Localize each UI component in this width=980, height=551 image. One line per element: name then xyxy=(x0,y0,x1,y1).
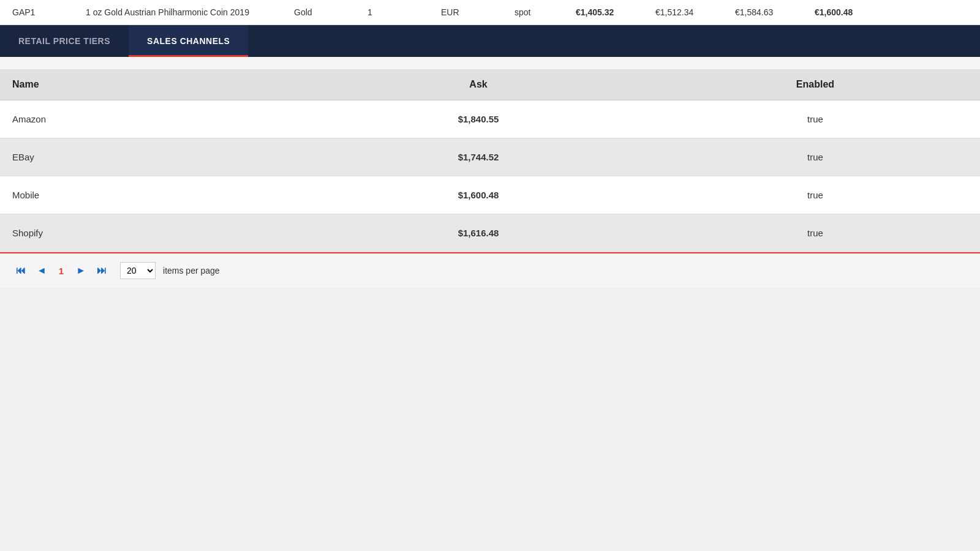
pagination-bar: ⏮ ◄ 1 ► ⏭ 102050100 items per page xyxy=(0,252,980,288)
table-row: Amazon$1,840.55true xyxy=(0,100,980,138)
pagination-next-button[interactable]: ► xyxy=(72,263,89,279)
product-id: GAP1 xyxy=(12,7,86,17)
cell-ask: $1,600.48 xyxy=(306,176,650,214)
tab-sales-channels[interactable]: SALES CHANNELS xyxy=(129,25,248,57)
product-currency: EUR xyxy=(441,7,514,17)
items-per-page-label: items per page xyxy=(163,266,220,276)
product-price-type: spot xyxy=(514,7,576,17)
cell-name: Mobile xyxy=(0,176,306,214)
cell-ask: $1,840.55 xyxy=(306,100,650,138)
cell-ask: $1,616.48 xyxy=(306,214,650,252)
items-per-page-select[interactable]: 102050100 xyxy=(120,262,156,279)
cell-ask: $1,744.52 xyxy=(306,138,650,176)
product-info-row: GAP1 1 oz Gold Austrian Philharmonic Coi… xyxy=(0,0,980,25)
product-name: 1 oz Gold Austrian Philharmonic Coin 201… xyxy=(86,7,294,17)
product-qty: 1 xyxy=(368,7,441,17)
product-type: Gold xyxy=(294,7,368,17)
cell-name: Shopify xyxy=(0,214,306,252)
tabs-bar: RETAIL PRICE TIERS SALES CHANNELS xyxy=(0,25,980,57)
table-row: EBay$1,744.52true xyxy=(0,138,980,176)
col-header-enabled: Enabled xyxy=(650,69,980,100)
sales-channels-table: Name Ask Enabled Amazon$1,840.55trueEBay… xyxy=(0,69,980,252)
main-content: Name Ask Enabled Amazon$1,840.55trueEBay… xyxy=(0,57,980,288)
pagination-last-button[interactable]: ⏭ xyxy=(93,263,110,279)
product-price4: €1,600.48 xyxy=(815,7,894,17)
tab-retail-price-tiers[interactable]: RETAIL PRICE TIERS xyxy=(0,25,129,57)
product-price1: €1,405.32 xyxy=(576,7,655,17)
cell-enabled: true xyxy=(650,214,980,252)
col-header-ask: Ask xyxy=(306,69,650,100)
table-row: Shopify$1,616.48true xyxy=(0,214,980,252)
pagination-prev-button[interactable]: ◄ xyxy=(33,263,50,279)
cell-name: Amazon xyxy=(0,100,306,138)
product-price2: €1,512.34 xyxy=(655,7,735,17)
product-price3: €1,584.63 xyxy=(735,7,815,17)
col-header-name: Name xyxy=(0,69,306,100)
cell-enabled: true xyxy=(650,176,980,214)
cell-enabled: true xyxy=(650,100,980,138)
pagination-first-button[interactable]: ⏮ xyxy=(12,263,29,279)
table-row: Mobile$1,600.48true xyxy=(0,176,980,214)
cell-enabled: true xyxy=(650,138,980,176)
cell-name: EBay xyxy=(0,138,306,176)
pagination-current-page: 1 xyxy=(54,263,69,279)
table-header-row: Name Ask Enabled xyxy=(0,69,980,100)
